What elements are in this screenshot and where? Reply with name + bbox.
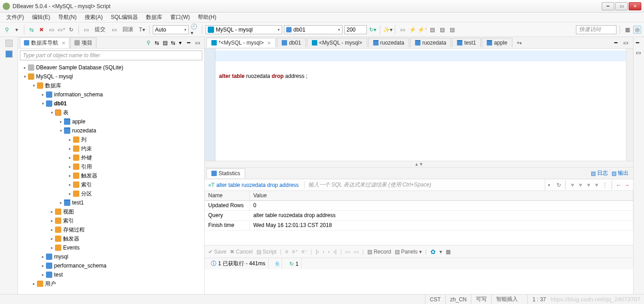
tree-node-views[interactable]: ▸视图 — [18, 207, 204, 216]
execute-new-icon[interactable]: ⚡⁺ — [418, 26, 426, 34]
apply-filter-icon[interactable]: ↻ — [557, 182, 561, 188]
disconnect-icon[interactable]: ✖ — [37, 26, 46, 34]
export-icon[interactable]: ▭ — [345, 249, 350, 255]
grid-view-icon[interactable]: ▦ — [446, 249, 451, 255]
editor-tab[interactable]: <MySQL - mysql> — [307, 38, 367, 47]
tree-node-users[interactable]: ▸用户 — [18, 279, 204, 288]
gear-dropdown-icon[interactable]: ▾ — [439, 249, 442, 255]
close-icon[interactable]: ✕ — [267, 41, 271, 45]
tree-node-procs[interactable]: ▸存储过程 — [18, 225, 204, 234]
collapse-icon[interactable]: ⇆ — [171, 40, 177, 46]
perspective-icon[interactable]: ▦ — [623, 26, 631, 34]
abort-icon[interactable]: ▭ — [398, 26, 406, 34]
tab-projects[interactable]: 项目 — [70, 37, 96, 48]
restore-icon[interactable]: ▭ — [636, 50, 642, 56]
explain-icon[interactable]: ▤ — [438, 26, 446, 34]
quick-access-input[interactable]: 快速访问 — [576, 25, 617, 34]
editor-tab[interactable]: db01 — [277, 38, 306, 47]
tree-node-triggers[interactable]: ▸触发器 — [18, 234, 204, 243]
first-icon[interactable]: |‹ — [316, 249, 319, 255]
tree-node-ruozedata[interactable]: ▾ruozedata — [18, 126, 204, 135]
column-header-name[interactable]: Name — [205, 191, 250, 200]
log-link[interactable]: ▤ 日志 — [591, 169, 608, 177]
copy-icon[interactable]: ⎘ — [276, 261, 279, 267]
sql-editor-new-icon[interactable]: ▭⁺ — [57, 26, 65, 34]
settings-icon[interactable]: ⋮ — [602, 182, 607, 188]
tree-node-test1[interactable]: ▸test1 — [18, 198, 204, 207]
execute-icon[interactable]: ⚡ — [408, 26, 416, 34]
sash-handle[interactable]: ▲▼ — [205, 161, 633, 168]
menu-sqleditor[interactable]: SQL编辑器 — [108, 13, 141, 22]
editor-tab[interactable]: apple — [482, 38, 512, 47]
editor-tab-active[interactable]: *<MySQL - mysql>✕ — [206, 38, 276, 47]
minimize-icon[interactable]: ━ — [636, 40, 642, 46]
tx-mode-icon[interactable]: T▾ — [138, 26, 146, 34]
menu-window[interactable]: 窗口(W) — [168, 13, 192, 22]
limit-input[interactable]: 200 — [344, 25, 367, 34]
editor-tab[interactable]: test1 — [452, 38, 481, 47]
tree-node-apple[interactable]: ▸apple — [18, 117, 204, 126]
table-row[interactable]: Finish timeWed May 16 12:01:13 CST 2018 — [205, 221, 633, 231]
next-icon[interactable]: › — [328, 249, 330, 255]
last-icon[interactable]: ›| — [333, 249, 337, 255]
new-connection-icon[interactable]: ⚲ — [3, 26, 11, 34]
filter-history-dropdown[interactable]: ▾ — [545, 179, 553, 191]
close-icon[interactable]: ✕ — [62, 41, 65, 45]
prev-icon[interactable]: ‹ — [323, 249, 324, 255]
navigator-tree[interactable]: ▸DBeaver Sample Database (SQLite) ▾MySQL… — [18, 62, 204, 294]
minimize-button[interactable]: ━ — [602, 2, 614, 10]
maximize-icon[interactable]: ▭ — [195, 40, 201, 46]
tree-node-test-db[interactable]: ▸test — [18, 270, 204, 279]
column-header-value[interactable]: Value — [250, 191, 633, 200]
tree-node-columns[interactable]: ▸列 — [18, 135, 204, 144]
gutter-icon[interactable] — [5, 50, 13, 58]
tree-node-mysql-conn[interactable]: ▾MySQL - mysql — [18, 72, 204, 81]
sql-editor-icon[interactable]: ▭ — [47, 26, 55, 34]
filter-icon[interactable]: ▼ — [578, 182, 583, 188]
menu-edit[interactable]: 编辑(E) — [29, 13, 53, 22]
more-tabs-button[interactable]: »₃ — [515, 40, 523, 45]
table-row[interactable]: Updated Rows0 — [205, 201, 633, 211]
edit-icon[interactable]: ≡⁻ — [301, 249, 307, 255]
database-select[interactable]: db01▾ — [284, 25, 343, 34]
tree-node-events[interactable]: ▸Events — [18, 243, 204, 252]
menu-navigate[interactable]: 导航(N) — [55, 13, 79, 22]
output-link[interactable]: ▤ 输出 — [612, 169, 629, 177]
minimize-view-icon[interactable]: ━ — [614, 40, 621, 46]
tab-db-navigator[interactable]: 数据库导航✕ — [20, 37, 69, 48]
prev-icon[interactable]: ← — [616, 182, 621, 188]
menu-help[interactable]: 帮助(H) — [195, 13, 219, 22]
tree-node-perf-schema[interactable]: ▸performance_schema — [18, 261, 204, 270]
other-tb-icon[interactable]: ▤ — [448, 26, 456, 34]
filter-expression-input[interactable]: 输入一个 SQL 表达式来过滤结果 (使用 Ctrl+Space) — [304, 181, 545, 189]
filter-icon[interactable]: ▼ — [570, 182, 575, 188]
script-button[interactable]: ▤ Script — [256, 249, 277, 255]
dbeaver-perspective-icon[interactable]: ◎ — [633, 26, 641, 34]
editor-tab[interactable]: ruozedata — [368, 38, 409, 47]
scrollbar[interactable] — [626, 49, 633, 161]
record-button[interactable]: ▤ Record — [367, 249, 391, 255]
commit-icon[interactable]: ▭ — [82, 26, 90, 34]
plug-icon[interactable]: ⚲ — [146, 40, 153, 46]
connect-icon[interactable]: ⇆ — [27, 26, 36, 34]
gutter-icon[interactable] — [5, 40, 13, 47]
editor-tab[interactable]: ruozedata — [410, 38, 451, 47]
tab-statistics[interactable]: Statistics — [206, 168, 245, 178]
history-icon[interactable]: 🕘▾ — [191, 26, 199, 34]
edit-icon[interactable]: ≡⁺ — [292, 249, 298, 255]
cancel-button[interactable]: ✖ Cancel — [230, 249, 252, 255]
panels-button[interactable]: ▤ Panels ▾ — [395, 249, 422, 255]
refresh-icon[interactable]: ↻ — [67, 26, 75, 34]
next-icon[interactable]: → — [624, 182, 630, 188]
menu-database[interactable]: 数据库 — [143, 13, 165, 22]
link-icon[interactable]: ⇆ — [155, 40, 161, 46]
execute-script-icon[interactable]: ▤ — [428, 26, 436, 34]
save-button[interactable]: ✔ Save — [208, 249, 226, 255]
menu-search[interactable]: 搜索(A) — [82, 13, 105, 22]
filter-icon[interactable]: ▼ — [594, 182, 599, 188]
tree-node-info-schema[interactable]: ▸information_schema — [18, 90, 204, 99]
refresh-icon[interactable]: ↻ — [289, 261, 294, 267]
commit-mode-select[interactable]: Auto▾ — [153, 25, 189, 34]
filter-icon[interactable]: ▼ — [586, 182, 591, 188]
gear-icon[interactable]: ✿ — [430, 248, 436, 255]
